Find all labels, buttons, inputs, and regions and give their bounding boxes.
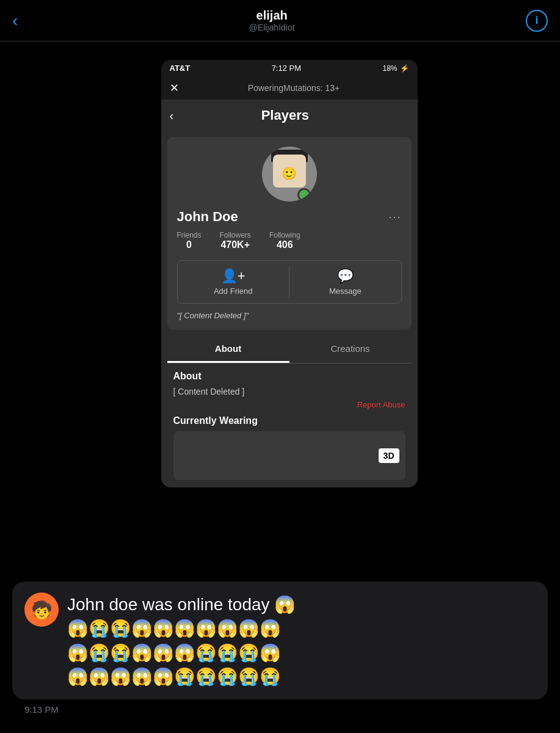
players-back-button[interactable]: ‹ bbox=[170, 109, 174, 123]
online-indicator bbox=[297, 188, 311, 202]
friends-label: Friends bbox=[177, 231, 202, 239]
profile-username: John Doe bbox=[177, 209, 238, 225]
message-label: Message bbox=[329, 286, 362, 296]
header-center: elijah @ElijahIdiot bbox=[249, 9, 295, 32]
message-bubble-container: 🧒 John doe was online today 😱😱😭😭😱😱😱😱😱😱😱😱… bbox=[0, 582, 560, 733]
message-button[interactable]: 💬 Message bbox=[289, 261, 401, 303]
info-button[interactable]: i bbox=[526, 10, 548, 32]
currently-wearing-title: Currently Wearing bbox=[173, 415, 405, 426]
more-options-icon[interactable]: ··· bbox=[388, 211, 401, 224]
about-title: About bbox=[173, 371, 405, 382]
message-content: John doe was online today 😱😱😭😭😱😱😱😱😱😱😱😱😭😭… bbox=[67, 593, 536, 688]
tab-about[interactable]: About bbox=[167, 336, 289, 363]
friends-stat[interactable]: Friends 0 bbox=[177, 231, 202, 250]
message-bubble: 🧒 John doe was online today 😱😱😭😭😱😱😱😱😱😱😱😱… bbox=[12, 582, 548, 699]
message-time: 9:13 PM bbox=[12, 704, 548, 715]
wearing-preview: 3D bbox=[173, 431, 405, 480]
friends-value: 0 bbox=[177, 239, 202, 250]
avatar-section: 🙂 bbox=[177, 147, 402, 202]
add-friend-label: Add Friend bbox=[214, 286, 253, 296]
players-header: ‹ Players bbox=[161, 100, 418, 131]
sender-avatar-emoji: 🧒 bbox=[31, 600, 53, 620]
twitter-header: ‹ elijah @ElijahIdiot i bbox=[0, 0, 560, 42]
profile-tabs: About Creations bbox=[167, 336, 412, 363]
message-icon: 💬 bbox=[337, 268, 354, 284]
following-value: 406 bbox=[269, 239, 300, 250]
about-section: About [ Content Deleted ] Report Abuse C… bbox=[161, 363, 418, 487]
sender-avatar: 🧒 bbox=[24, 593, 59, 627]
time-label: 7:12 PM bbox=[272, 64, 301, 73]
about-content: [ Content Deleted ] bbox=[173, 387, 405, 396]
main-content: AT&T 7:12 PM 18% ⚡ ✕ PoweringMutations: … bbox=[0, 42, 560, 500]
message-text: John doe was online today 😱😱😭😭😱😱😱😱😱😱😱😱😭😭… bbox=[67, 593, 536, 688]
following-stat[interactable]: Following 406 bbox=[269, 231, 300, 250]
content-deleted-quote: "[ Content Deleted ]" bbox=[177, 311, 402, 320]
roblox-head: 🙂 bbox=[273, 155, 306, 188]
roblox-app-bar: ✕ PoweringMutations: 13+ bbox=[161, 76, 418, 100]
following-label: Following bbox=[269, 231, 300, 239]
three-d-badge: 3D bbox=[379, 448, 399, 463]
game-title: PoweringMutations: 13+ bbox=[248, 83, 340, 93]
stats-row: Friends 0 Followers 470K+ Following 406 bbox=[177, 231, 402, 250]
report-abuse-button[interactable]: Report Abuse bbox=[173, 400, 405, 409]
followers-stat[interactable]: Followers 470K+ bbox=[220, 231, 251, 250]
phone-screenshot: AT&T 7:12 PM 18% ⚡ ✕ PoweringMutations: … bbox=[161, 60, 418, 487]
profile-card: 🙂 John Doe ··· Friends 0 Followers bbox=[167, 137, 412, 330]
followers-label: Followers bbox=[220, 231, 251, 239]
tab-creations[interactable]: Creations bbox=[289, 336, 412, 363]
players-title: Players bbox=[180, 108, 390, 123]
roblox-smile: 🙂 bbox=[282, 166, 297, 181]
back-button[interactable]: ‹ bbox=[12, 11, 18, 31]
avatar: 🙂 bbox=[262, 147, 317, 202]
profile-name-header: elijah bbox=[249, 9, 295, 23]
profile-handle-header: @ElijahIdiot bbox=[249, 23, 295, 32]
close-button[interactable]: ✕ bbox=[170, 81, 179, 95]
actions-row: 👤+ Add Friend 💬 Message bbox=[177, 260, 402, 304]
add-friend-button[interactable]: 👤+ Add Friend bbox=[178, 261, 289, 303]
status-bar: AT&T 7:12 PM 18% ⚡ bbox=[161, 60, 418, 76]
add-friend-icon: 👤+ bbox=[221, 268, 245, 284]
battery-icon: ⚡ bbox=[400, 64, 409, 73]
battery-label: 18% ⚡ bbox=[382, 64, 409, 73]
carrier-label: AT&T bbox=[170, 64, 191, 73]
followers-value: 470K+ bbox=[220, 239, 251, 250]
profile-name-row: John Doe ··· bbox=[177, 209, 402, 225]
